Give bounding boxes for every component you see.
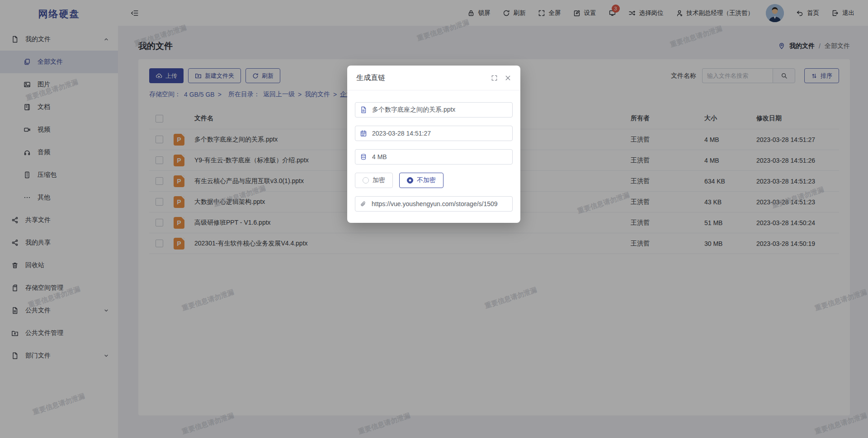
generate-link-dialog: 生成直链 加密 (347, 66, 520, 223)
file-size-field (355, 149, 513, 165)
database-icon (360, 153, 367, 160)
calendar-icon (360, 130, 367, 137)
file-size-input[interactable] (371, 153, 508, 161)
no-encrypt-option-label: 不加密 (417, 176, 436, 184)
radio-selected-icon (407, 177, 413, 184)
direct-link-field (355, 196, 513, 212)
modified-date-input[interactable] (371, 129, 508, 137)
encrypt-option-label: 加密 (373, 176, 385, 184)
encrypt-radio-option[interactable]: 加密 (355, 173, 393, 188)
dialog-title: 生成直链 (356, 73, 385, 83)
dialog-header-actions (491, 75, 511, 81)
dialog-body: 加密 不加密 (347, 90, 520, 212)
file-name-field (355, 102, 513, 118)
no-encrypt-radio-option[interactable]: 不加密 (399, 173, 443, 188)
direct-link-input[interactable] (371, 200, 508, 208)
app-window: 网络硬盘 我的文件 全部文件 图片 文档 视频 (0, 0, 868, 438)
close-icon[interactable] (505, 75, 511, 81)
maximize-icon[interactable] (491, 75, 498, 81)
modified-date-field (355, 126, 513, 141)
radio-unselected-icon (363, 177, 369, 184)
paperclip-icon (360, 201, 367, 207)
file-name-input[interactable] (371, 106, 508, 114)
encryption-options: 加密 不加密 (355, 173, 513, 188)
dialog-header: 生成直链 (347, 66, 520, 90)
file-icon (360, 106, 367, 113)
